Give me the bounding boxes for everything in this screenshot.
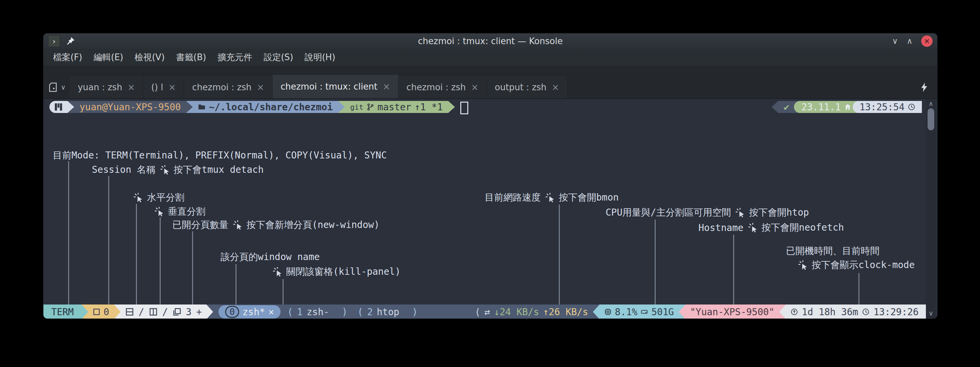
chevron-left-icon: ⟨ — [475, 306, 480, 318]
minimize-button[interactable]: ∨ — [892, 37, 898, 45]
clock-icon — [908, 103, 915, 111]
annotation-kill-panel: 關閉該窗格(kill-panel) — [272, 265, 401, 278]
scroll-up-arrow[interactable]: ∧ — [926, 100, 936, 108]
window-name: zsh* — [242, 306, 265, 318]
connector-line — [235, 264, 237, 305]
uptime-icon — [791, 308, 798, 316]
menu-plugins[interactable]: 擴充元件 — [212, 49, 258, 65]
scroll-down-arrow[interactable]: ∨ — [926, 309, 936, 317]
tmux-cpu-disk-segment[interactable]: 8.1% 501G — [600, 305, 679, 319]
annotation-session-name: Session 名稱 按下會tmux detach — [92, 163, 264, 176]
menu-help[interactable]: 說明(H) — [299, 49, 341, 65]
annotation-tab-count: 已開分頁數量 按下會新增分頁(new-window) — [172, 219, 379, 231]
menu-view[interactable]: 檢視(V) — [129, 49, 170, 65]
mouse-click-icon — [133, 193, 143, 203]
new-tab-button[interactable]: ∨ — [43, 76, 70, 98]
annotation-network-speed: 目前網路速度 按下會開bmon — [485, 191, 619, 204]
tab-output-zsh[interactable]: output : zsh × — [487, 76, 568, 98]
menu-file[interactable]: 檔案(F) — [48, 49, 88, 65]
menu-settings[interactable]: 設定(S) — [258, 49, 299, 65]
scrollbar-thumb[interactable] — [928, 108, 934, 130]
annotation-vertical-split: 垂直分割 — [154, 205, 205, 218]
maximize-button[interactable]: ∧ — [907, 37, 913, 45]
tmux-window-1[interactable]: ( 1 zsh- ) — [284, 305, 351, 319]
connector-line — [283, 279, 283, 305]
tmux-window-active[interactable]: 0 zsh* × — [218, 305, 281, 319]
pin-icon[interactable] — [66, 37, 75, 45]
disk-icon — [641, 308, 648, 316]
tab-chezmoi-zsh-2[interactable]: chezmoi : zsh × — [398, 76, 487, 98]
connector-line — [655, 220, 655, 305]
cpu-usage: 8.1% — [615, 306, 637, 318]
tab-close-icon[interactable]: × — [169, 82, 176, 92]
annotation-window-name: 該分頁的window name — [220, 251, 320, 263]
mouse-click-icon — [154, 207, 164, 217]
title-bar[interactable]: › chezmoi : tmux: client — Konsole ∨ ∧ × — [43, 34, 937, 49]
prompt-git-word: git — [350, 103, 363, 111]
tmux-hostname-segment[interactable]: "Yuan-XPS-9500" — [686, 305, 779, 319]
tmux-pane-controls: / / 3 + — [121, 305, 207, 319]
prompt-version: 23.11.1 — [801, 102, 841, 113]
scrollbar[interactable]: ∧ ∨ — [926, 99, 936, 319]
mouse-click-icon — [545, 193, 555, 203]
tab-yuan-zsh[interactable]: yuan : zsh × — [70, 76, 143, 98]
distro-icon — [54, 103, 63, 111]
menu-bar: 檔案(F) 編輯(E) 檢視(V) 書籤(B) 擴充元件 設定(S) 說明(H) — [43, 49, 937, 65]
check-icon: ✔ — [784, 102, 789, 113]
connector-line — [136, 204, 137, 305]
tab-close-icon[interactable]: × — [471, 82, 479, 92]
shell-prompt-right: ✔ 23.11.1 13:25:54 — [772, 101, 922, 113]
connector-line — [733, 235, 734, 305]
annotation-hostname: Hostname 按下會開neofetch — [698, 221, 844, 234]
session-square-icon — [93, 308, 100, 316]
new-window-button[interactable]: + — [196, 306, 202, 318]
chevron-down-icon[interactable]: ∨ — [61, 83, 66, 91]
menu-bookmarks[interactable]: 書籤(B) — [170, 49, 212, 65]
net-download: ↓24 KB/s — [494, 306, 539, 318]
prompt-time: 13:25:54 — [859, 102, 905, 113]
mouse-click-icon — [160, 165, 170, 175]
window-close-icon[interactable]: × — [268, 306, 274, 318]
connector-line — [68, 161, 69, 305]
hostname-text: "Yuan-XPS-9500" — [690, 306, 775, 318]
mouse-click-icon — [735, 207, 745, 218]
tab-parens[interactable]: () l × — [143, 76, 185, 98]
tab-close-icon[interactable]: × — [552, 82, 559, 92]
prompt-git-status: ↑1 *1 — [415, 102, 442, 113]
tmux-mode-segment: TERM — [43, 305, 81, 319]
tmux-tab-count: 3 — [186, 306, 192, 318]
app-chevron-glyph: › — [53, 37, 56, 45]
konsole-window: › chezmoi : tmux: client — Konsole ∨ ∧ ×… — [43, 34, 937, 319]
menu-edit[interactable]: 編輯(E) — [88, 49, 129, 65]
cpu-chip-icon — [604, 308, 612, 316]
terminal-area: yuan@Yuan-XPS-9500 ~/.local/share/chezmo… — [43, 98, 937, 319]
window-index-badge: 0 — [225, 306, 239, 318]
tab-close-icon[interactable]: × — [257, 82, 264, 92]
clock-icon — [862, 308, 869, 316]
connector-line — [160, 217, 161, 305]
tmux-clock-segment[interactable]: 1d 18h 36m 13:29:26 — [786, 305, 926, 319]
connector-line — [858, 273, 859, 305]
split-horizontal-icon[interactable] — [125, 308, 134, 316]
network-arrows-icon: ⇄ — [484, 306, 490, 318]
tab-close-icon[interactable]: × — [383, 81, 390, 92]
mouse-click-icon — [798, 260, 808, 270]
tab-chezmoi-zsh-1[interactable]: chezmoi : zsh × — [184, 76, 272, 98]
tmux-window-2[interactable]: ( 2 htop ) — [354, 305, 421, 319]
tab-chezmoi-tmux-client[interactable]: chezmoi : tmux: client × — [272, 75, 398, 98]
tab-close-icon[interactable]: × — [127, 82, 135, 92]
mouse-click-icon — [748, 223, 757, 233]
tmux-session-segment[interactable]: 0 — [88, 305, 114, 319]
connector-line — [192, 231, 193, 305]
window-title: chezmoi : tmux: client — Konsole — [43, 36, 937, 46]
annotation-uptime-label: 已開機時間、目前時間 — [786, 245, 880, 257]
tmux-network-segment[interactable]: ⟨ ⇄ ↓24 KB/s ↑26 KB/s — [470, 305, 593, 319]
annotation-mode-line: 目前Mode: TERM(Terminal), PREFIX(Normal), … — [53, 149, 387, 162]
close-button[interactable]: × — [921, 35, 932, 47]
mouse-click-icon — [272, 267, 282, 277]
mouse-click-icon — [232, 220, 242, 230]
net-upload: ↑26 KB/s — [543, 306, 588, 318]
split-vertical-icon[interactable] — [149, 308, 158, 316]
lightning-icon[interactable] — [920, 82, 929, 92]
new-tab-icon — [49, 82, 59, 92]
